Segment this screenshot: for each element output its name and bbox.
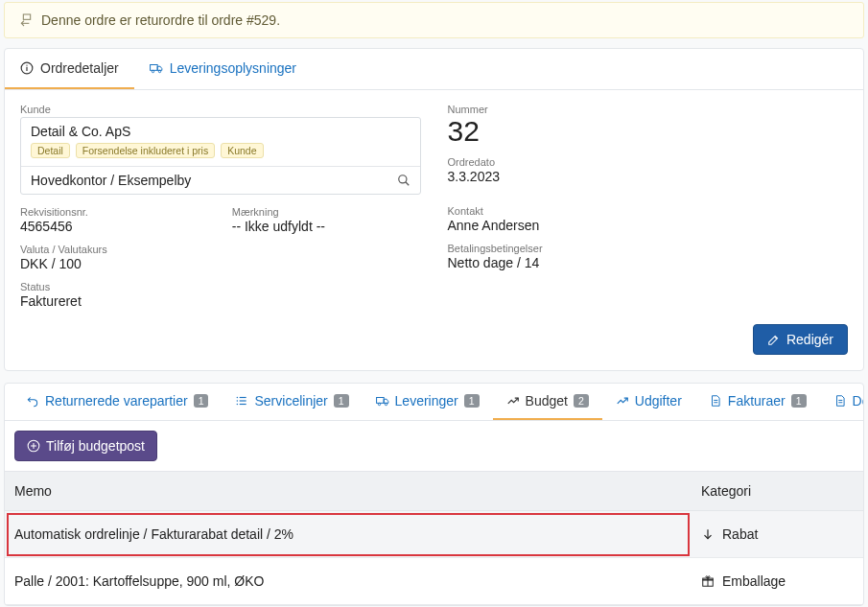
ltab-label: Returnerede varepartier <box>45 393 188 409</box>
edit-button[interactable]: Redigér <box>753 324 848 355</box>
chart-icon <box>506 394 520 408</box>
number-label: Nummer <box>448 104 849 115</box>
count-badge: 1 <box>334 394 349 409</box>
ltab-label: Leveringer <box>395 393 458 409</box>
mark-label: Mærkning <box>232 206 421 218</box>
budget-table: Memo Kategori Automatisk ordrelinje / Fa… <box>5 471 863 605</box>
tab-invoices[interactable]: Fakturaer 1 <box>695 384 820 420</box>
customer-badge: Forsendelse inkluderet i pris <box>76 143 215 158</box>
return-order-notice: Denne ordre er returordre til ordre #529… <box>4 2 864 38</box>
tab-documents[interactable]: Doku <box>820 384 863 420</box>
mark-value: -- Ikke udfyldt -- <box>232 219 421 234</box>
document-icon <box>709 394 722 408</box>
details-right: Nummer 32 Ordredato 3.3.2023 Kontakt Ann… <box>448 104 849 309</box>
document-icon <box>833 394 847 408</box>
list-icon <box>235 394 248 408</box>
info-circle-icon <box>20 61 34 75</box>
status-label: Status <box>20 281 421 292</box>
order-number: 32 <box>448 115 849 147</box>
budget-section: Returnerede varepartier 1 Servicelinjer … <box>4 383 864 606</box>
truck-icon <box>150 61 163 75</box>
count-badge: 1 <box>194 394 209 409</box>
status-value: Faktureret <box>20 293 421 309</box>
customer-label: Kunde <box>20 104 421 115</box>
ltab-label: Doku <box>853 393 863 409</box>
add-budget-label: Tilføj budgetpost <box>46 438 145 454</box>
customer-badge: Kunde <box>221 143 263 158</box>
customer-selector[interactable]: Detail & Co. ApS Detail Forsendelse inkl… <box>20 117 421 195</box>
th-category: Kategori <box>692 472 863 511</box>
req-label: Rekvisitionsnr. <box>20 206 209 218</box>
terms-value: Netto dage / 14 <box>448 255 849 270</box>
ltab-label: Udgifter <box>635 393 682 409</box>
tab-order-details[interactable]: Ordredetaljer <box>5 49 134 89</box>
category-text: Emballage <box>722 573 786 589</box>
lower-tabs: Returnerede varepartier 1 Servicelinjer … <box>5 384 863 421</box>
gift-icon <box>701 574 715 588</box>
edit-button-label: Redigér <box>786 332 833 347</box>
tab-deliveries[interactable]: Leveringer 1 <box>363 384 493 420</box>
tab-delivery-info[interactable]: Leveringsoplysninger <box>134 49 312 89</box>
currency-label: Valuta / Valutakurs <box>20 244 421 255</box>
pen-icon <box>767 333 781 346</box>
add-budget-button[interactable]: Tilføj budgetpost <box>14 431 157 461</box>
customer-search-input[interactable] <box>31 173 397 188</box>
return-icon <box>26 394 39 408</box>
tab-label: Leveringsoplysninger <box>170 60 296 76</box>
table-row[interactable]: Automatisk ordrelinje / Fakturarabat det… <box>5 511 863 558</box>
category-cell: Rabat <box>692 511 863 558</box>
contact-value: Anne Andersen <box>448 218 849 233</box>
arrow-down-icon <box>701 527 715 541</box>
currency-value: DKK / 100 <box>20 256 421 271</box>
tab-label: Ordredetaljer <box>40 60 119 76</box>
terms-label: Betalingsbetingelser <box>448 243 849 254</box>
category-text: Rabat <box>722 526 758 542</box>
date-value: 3.3.2023 <box>448 169 849 184</box>
ltab-label: Fakturaer <box>728 393 786 409</box>
th-memo: Memo <box>5 472 692 511</box>
ltab-label: Budget <box>526 393 568 409</box>
details-left: Kunde Detail & Co. ApS Detail Forsendels… <box>20 104 421 309</box>
return-order-icon <box>18 12 34 28</box>
contact-label: Kontakt <box>448 205 849 217</box>
category-cell: Emballage <box>692 558 863 605</box>
search-icon[interactable] <box>397 174 411 187</box>
count-badge: 2 <box>574 394 589 409</box>
tab-returned-lots[interactable]: Returnerede varepartier 1 <box>12 384 222 420</box>
notice-text: Denne ordre er returordre til ordre #529… <box>41 12 280 28</box>
order-details-card: Ordredetaljer Leveringsoplysninger Kunde… <box>4 48 864 371</box>
table-row[interactable]: Palle / 2001: Kartoffelsuppe, 900 ml, ØK… <box>5 558 863 605</box>
customer-name: Detail & Co. ApS <box>31 124 411 139</box>
count-badge: 1 <box>791 394 807 409</box>
customer-badge: Detail <box>31 143 70 158</box>
upper-tabs: Ordredetaljer Leveringsoplysninger <box>5 49 863 90</box>
memo-cell: Automatisk ordrelinje / Fakturarabat det… <box>5 511 692 558</box>
truck-icon <box>376 394 389 408</box>
ltab-label: Servicelinjer <box>254 393 327 409</box>
req-value: 4565456 <box>20 219 209 234</box>
memo-cell: Palle / 2001: Kartoffelsuppe, 900 ml, ØK… <box>5 558 692 605</box>
date-label: Ordredato <box>448 156 849 168</box>
count-badge: 1 <box>464 394 480 409</box>
tab-budget[interactable]: Budget 2 <box>493 384 602 420</box>
chart-icon <box>616 394 629 408</box>
tab-service-lines[interactable]: Servicelinjer 1 <box>222 384 362 420</box>
plus-circle-icon <box>27 439 40 453</box>
tab-expenses[interactable]: Udgifter <box>602 384 695 420</box>
